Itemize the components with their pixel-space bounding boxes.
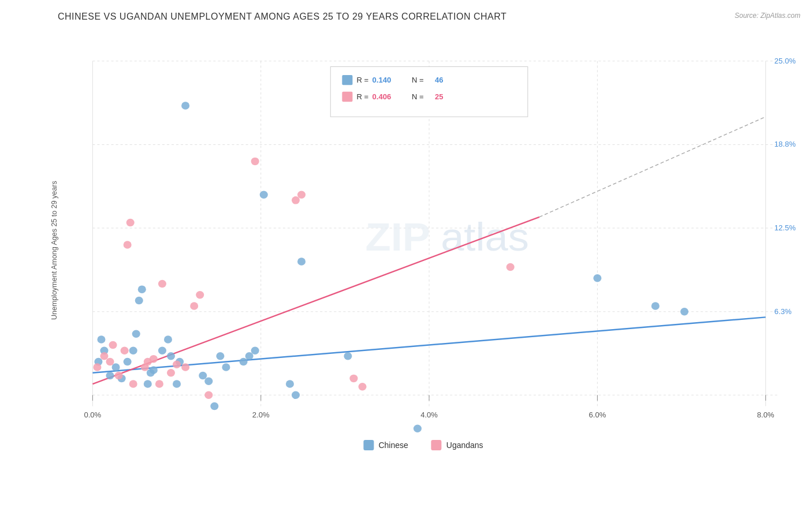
- svg-point-86: [126, 219, 135, 226]
- svg-point-91: [155, 380, 163, 387]
- svg-rect-28: [330, 66, 528, 117]
- svg-point-58: [167, 352, 175, 360]
- svg-point-69: [251, 346, 259, 354]
- svg-point-99: [251, 158, 259, 165]
- chart-title: CHINESE VS UGANDAN UNEMPLOYMENT AMONG AG…: [58, 12, 800, 22]
- svg-text:N =: N =: [412, 93, 424, 102]
- svg-point-59: [173, 380, 181, 387]
- svg-point-93: [167, 369, 175, 376]
- svg-point-55: [150, 366, 158, 374]
- svg-text:18.8%: 18.8%: [774, 140, 796, 149]
- svg-point-82: [109, 341, 117, 349]
- svg-point-49: [129, 346, 137, 354]
- svg-point-79: [93, 363, 101, 371]
- svg-point-67: [240, 358, 248, 365]
- svg-point-68: [245, 352, 254, 360]
- source-text: Source: ZipAtlas.com: [735, 12, 800, 20]
- svg-point-101: [297, 191, 306, 198]
- svg-point-103: [358, 383, 366, 390]
- svg-point-94: [173, 361, 181, 368]
- svg-point-95: [181, 363, 189, 371]
- svg-point-46: [112, 363, 120, 371]
- svg-point-90: [150, 355, 158, 363]
- svg-point-72: [292, 391, 300, 399]
- svg-text:N =: N =: [412, 76, 424, 85]
- svg-point-80: [100, 352, 108, 360]
- svg-point-64: [210, 402, 218, 410]
- legend-box-chinese: [363, 440, 374, 450]
- svg-point-50: [132, 330, 140, 338]
- svg-point-75: [414, 424, 422, 432]
- svg-text:25: 25: [435, 93, 444, 102]
- svg-point-78: [680, 308, 688, 315]
- svg-point-57: [164, 335, 172, 343]
- svg-point-62: [199, 372, 207, 379]
- svg-point-66: [222, 363, 230, 371]
- svg-point-63: [204, 377, 213, 385]
- svg-point-44: [97, 335, 105, 343]
- svg-text:8.0%: 8.0%: [757, 410, 774, 419]
- legend-label-chinese: Chinese: [378, 441, 408, 450]
- svg-point-74: [344, 352, 352, 360]
- svg-rect-29: [342, 75, 352, 85]
- svg-point-87: [129, 380, 137, 387]
- svg-point-52: [138, 285, 146, 293]
- chart-container: CHINESE VS UGANDAN UNEMPLOYMENT AMONG AG…: [0, 0, 812, 515]
- svg-point-85: [124, 241, 132, 248]
- svg-text:R =: R =: [356, 76, 368, 85]
- svg-text:R =: R =: [356, 93, 368, 102]
- svg-point-61: [181, 102, 189, 109]
- svg-text:46: 46: [435, 76, 444, 85]
- svg-text:atlas: atlas: [441, 214, 529, 259]
- svg-point-98: [204, 391, 213, 399]
- svg-point-65: [216, 352, 224, 360]
- legend-label-ugandans: Ugandans: [446, 441, 483, 450]
- svg-point-102: [349, 375, 357, 382]
- svg-text:0.406: 0.406: [373, 93, 392, 102]
- svg-rect-34: [342, 92, 352, 102]
- svg-point-45: [106, 372, 114, 379]
- chart-area: Unemployment Among Ages 25 to 29 years 2…: [46, 28, 800, 462]
- svg-point-97: [196, 291, 204, 298]
- svg-point-83: [115, 372, 123, 379]
- svg-point-70: [260, 191, 268, 198]
- svg-point-56: [158, 346, 166, 354]
- legend-item-chinese: Chinese: [363, 440, 408, 450]
- svg-point-73: [297, 258, 306, 265]
- svg-text:2.0%: 2.0%: [252, 410, 270, 419]
- svg-text:4.0%: 4.0%: [420, 410, 438, 419]
- svg-point-104: [506, 263, 515, 271]
- svg-text:ZIP: ZIP: [366, 214, 431, 259]
- svg-text:0.140: 0.140: [373, 76, 392, 85]
- svg-text:25.0%: 25.0%: [774, 57, 796, 65]
- svg-point-48: [124, 358, 132, 365]
- svg-text:Unemployment Among Ages 25 to : Unemployment Among Ages 25 to 29 years: [50, 181, 58, 320]
- svg-text:6.0%: 6.0%: [589, 410, 606, 419]
- svg-text:6.3%: 6.3%: [774, 307, 792, 316]
- svg-text:0.0%: 0.0%: [84, 410, 102, 419]
- svg-point-77: [651, 302, 660, 309]
- svg-point-51: [135, 297, 143, 304]
- legend-item-ugandans: Ugandans: [431, 440, 483, 450]
- svg-point-81: [106, 358, 114, 365]
- svg-text:12.5%: 12.5%: [774, 223, 796, 232]
- legend-box-ugandans: [431, 440, 442, 450]
- chart-svg: Unemployment Among Ages 25 to 29 years 2…: [46, 28, 800, 462]
- svg-point-92: [158, 280, 166, 288]
- chart-legend: Chinese Ugandans: [363, 440, 483, 450]
- svg-point-100: [292, 196, 300, 204]
- svg-point-96: [190, 302, 198, 309]
- svg-point-76: [593, 274, 601, 282]
- svg-point-71: [286, 380, 294, 387]
- svg-point-53: [144, 380, 152, 387]
- svg-point-84: [121, 346, 129, 354]
